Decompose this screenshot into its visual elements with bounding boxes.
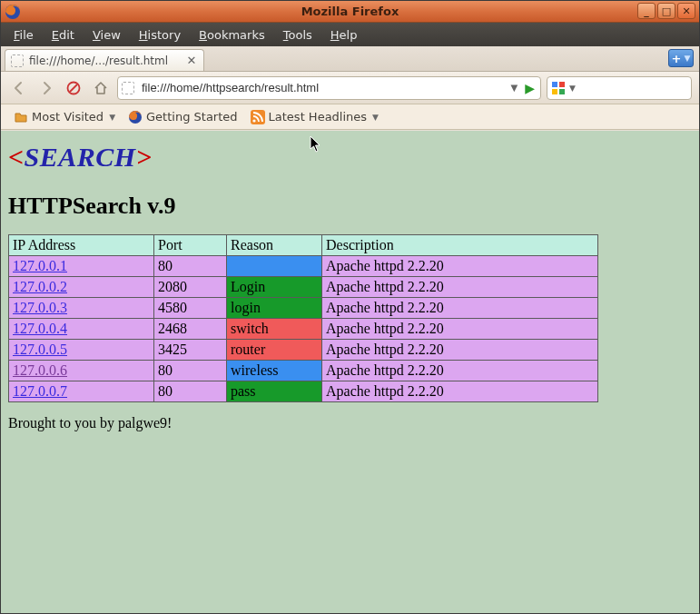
ip-link[interactable]: 127.0.0.4: [13, 321, 67, 336]
menu-edit[interactable]: Edit: [44, 25, 82, 45]
cell-description: Apache httpd 2.2.20: [322, 298, 598, 319]
tab-active[interactable]: file:///home/.../result.html ✕: [5, 49, 204, 71]
angle-right-icon: >: [136, 142, 153, 172]
logo-text: SEARCH: [25, 142, 136, 172]
url-favicon: [122, 82, 134, 94]
go-button[interactable]: ▶: [523, 81, 537, 95]
table-row: 127.0.0.42468switchApache httpd 2.2.20: [9, 319, 598, 340]
tab-strip: file:///home/.../result.html ✕ + ▼: [1, 46, 699, 72]
ip-link[interactable]: 127.0.0.6: [13, 362, 67, 378]
svg-rect-5: [552, 89, 557, 94]
cell-port: 2468: [154, 319, 227, 340]
col-desc: Description: [322, 235, 598, 256]
cell-ip: 127.0.0.4: [9, 319, 154, 340]
url-bar[interactable]: ▼ ▶: [117, 76, 541, 100]
results-table: IP Address Port Reason Description 127.0…: [8, 234, 598, 402]
table-header-row: IP Address Port Reason Description: [9, 235, 598, 256]
page-footer: Brought to you by palgwe9!: [8, 415, 692, 431]
new-tab-button[interactable]: + ▼: [668, 49, 694, 67]
google-icon: [551, 81, 566, 95]
tab-label: file:///home/.../result.html: [29, 54, 180, 67]
firefox-icon: [128, 110, 143, 124]
cell-port: 80: [154, 256, 227, 277]
forward-button[interactable]: [35, 77, 57, 99]
back-button[interactable]: [8, 77, 30, 99]
cell-description: Apache httpd 2.2.20: [322, 381, 598, 402]
cell-ip: 127.0.0.3: [9, 298, 154, 319]
search-engine-dropdown[interactable]: ▼: [569, 84, 576, 93]
cell-reason: [227, 256, 322, 277]
bookmark-getting-started[interactable]: Getting Started: [123, 107, 243, 127]
table-row: 127.0.0.53425routerApache httpd 2.2.20: [9, 340, 598, 361]
plus-icon: +: [672, 52, 682, 65]
chevron-down-icon: ▼: [372, 113, 379, 122]
cell-description: Apache httpd 2.2.20: [322, 277, 598, 298]
cell-port: 3425: [154, 340, 227, 361]
navigation-toolbar: ▼ ▶ ▼: [1, 72, 699, 104]
firefox-icon: [5, 4, 21, 20]
tab-close-button[interactable]: ✕: [185, 54, 198, 67]
cell-reason: login: [227, 298, 322, 319]
angle-left-icon: <: [8, 142, 25, 172]
stop-button[interactable]: [63, 77, 84, 99]
url-dropdown[interactable]: ▼: [511, 83, 518, 93]
bookmark-label: Most Visited: [32, 110, 104, 124]
close-icon: ✕: [682, 5, 690, 17]
page-title: HTTPSearch v.9: [8, 193, 692, 220]
maximize-icon: □: [662, 5, 671, 17]
col-reason: Reason: [227, 235, 322, 256]
ip-link[interactable]: 127.0.0.2: [13, 279, 67, 294]
table-row: 127.0.0.780passApache httpd 2.2.20: [9, 381, 598, 402]
window-buttons: _ □ ✕: [637, 3, 695, 19]
cell-reason: router: [227, 340, 322, 361]
page-viewport: <SEARCH> HTTPSearch v.9 IP Address Port …: [1, 131, 699, 613]
cell-ip: 127.0.0.5: [9, 340, 154, 361]
tab-favicon: [11, 54, 24, 67]
maximize-button[interactable]: □: [657, 3, 675, 19]
menu-tools[interactable]: Tools: [276, 25, 320, 45]
table-row: 127.0.0.34580loginApache httpd 2.2.20: [9, 298, 598, 319]
cell-port: 80: [154, 381, 227, 402]
ip-link[interactable]: 127.0.0.3: [13, 300, 67, 315]
table-row: 127.0.0.680wirelessApache httpd 2.2.20: [9, 361, 598, 381]
home-button[interactable]: [90, 77, 112, 99]
ip-link[interactable]: 127.0.0.1: [13, 258, 67, 273]
svg-rect-6: [559, 89, 565, 94]
minimize-icon: _: [644, 5, 649, 17]
bookmark-most-visited[interactable]: Most Visited ▼: [8, 107, 121, 127]
search-bar[interactable]: ▼: [547, 76, 692, 100]
url-input[interactable]: [140, 80, 506, 95]
bookmark-latest-headlines[interactable]: Latest Headlines ▼: [245, 107, 384, 127]
cell-description: Apache httpd 2.2.20: [322, 256, 598, 277]
folder-icon: [14, 110, 28, 124]
bookmark-label: Latest Headlines: [269, 110, 368, 124]
close-button[interactable]: ✕: [677, 3, 695, 19]
cell-reason: wireless: [227, 361, 322, 381]
menu-bookmarks[interactable]: Bookmarks: [192, 25, 272, 45]
bookmarks-toolbar: Most Visited ▼ Getting Started Latest He…: [1, 104, 699, 130]
ip-link[interactable]: 127.0.0.7: [13, 383, 67, 399]
rss-icon: [251, 110, 265, 124]
col-ip: IP Address: [9, 235, 154, 256]
window-title: Mozilla Firefox: [301, 5, 399, 18]
menu-help[interactable]: Help: [323, 25, 365, 45]
svg-line-2: [70, 84, 77, 92]
svg-rect-10: [251, 110, 265, 124]
cell-port: 80: [154, 361, 227, 381]
cell-ip: 127.0.0.1: [9, 256, 154, 277]
minimize-button[interactable]: _: [637, 3, 656, 19]
cell-ip: 127.0.0.6: [9, 361, 154, 381]
col-port: Port: [154, 235, 227, 256]
cell-reason: switch: [227, 319, 322, 340]
menu-file[interactable]: File: [6, 25, 41, 45]
title-bar: Mozilla Firefox _ □ ✕: [1, 1, 699, 23]
ip-link[interactable]: 127.0.0.5: [13, 342, 67, 357]
menu-view[interactable]: View: [85, 25, 128, 45]
menu-history[interactable]: History: [132, 25, 188, 45]
search-input[interactable]: [579, 80, 700, 95]
page-logo: <SEARCH>: [8, 142, 692, 173]
table-row: 127.0.0.22080LoginApache httpd 2.2.20: [9, 277, 598, 298]
cell-description: Apache httpd 2.2.20: [322, 319, 598, 340]
bookmark-label: Getting Started: [146, 110, 238, 124]
cell-reason: Login: [227, 277, 322, 298]
